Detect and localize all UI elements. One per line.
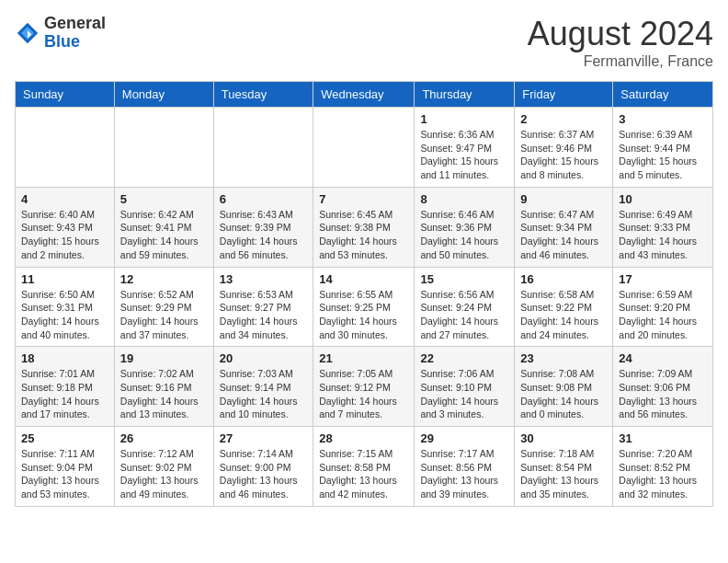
calendar-cell: 8Sunrise: 6:46 AM Sunset: 9:36 PM Daylig… xyxy=(415,187,515,267)
day-info: Sunrise: 6:55 AM Sunset: 9:25 PM Dayligh… xyxy=(319,288,408,342)
calendar-cell: 21Sunrise: 7:05 AM Sunset: 9:12 PM Dayli… xyxy=(313,347,415,427)
calendar-cell: 20Sunrise: 7:03 AM Sunset: 9:14 PM Dayli… xyxy=(213,347,313,427)
calendar-cell: 29Sunrise: 7:17 AM Sunset: 8:56 PM Dayli… xyxy=(415,427,515,507)
day-number: 26 xyxy=(120,431,208,445)
calendar-week-row: 1Sunrise: 6:36 AM Sunset: 9:47 PM Daylig… xyxy=(16,108,713,188)
day-number: 14 xyxy=(319,272,408,286)
day-number: 16 xyxy=(520,272,607,286)
calendar-cell: 12Sunrise: 6:52 AM Sunset: 9:29 PM Dayli… xyxy=(114,267,213,347)
day-info: Sunrise: 6:40 AM Sunset: 9:43 PM Dayligh… xyxy=(21,208,108,262)
calendar-cell: 18Sunrise: 7:01 AM Sunset: 9:18 PM Dayli… xyxy=(16,347,115,427)
day-info: Sunrise: 6:59 AM Sunset: 9:20 PM Dayligh… xyxy=(619,288,707,342)
calendar-cell: 4Sunrise: 6:40 AM Sunset: 9:43 PM Daylig… xyxy=(16,187,115,267)
day-number: 28 xyxy=(319,431,408,445)
location: Fermanville, France xyxy=(528,53,713,70)
day-info: Sunrise: 7:05 AM Sunset: 9:12 PM Dayligh… xyxy=(319,367,408,421)
day-info: Sunrise: 7:11 AM Sunset: 9:04 PM Dayligh… xyxy=(21,447,108,501)
weekday-header: Thursday xyxy=(415,82,515,108)
day-number: 9 xyxy=(520,192,607,206)
calendar-cell: 25Sunrise: 7:11 AM Sunset: 9:04 PM Dayli… xyxy=(16,427,115,507)
day-info: Sunrise: 6:42 AM Sunset: 9:41 PM Dayligh… xyxy=(120,208,208,262)
weekday-header: Friday xyxy=(515,82,613,108)
day-info: Sunrise: 7:08 AM Sunset: 9:08 PM Dayligh… xyxy=(520,367,607,421)
day-info: Sunrise: 7:09 AM Sunset: 9:06 PM Dayligh… xyxy=(619,367,707,421)
day-info: Sunrise: 7:17 AM Sunset: 8:56 PM Dayligh… xyxy=(420,447,508,501)
calendar-cell: 11Sunrise: 6:50 AM Sunset: 9:31 PM Dayli… xyxy=(16,267,115,347)
calendar-cell: 24Sunrise: 7:09 AM Sunset: 9:06 PM Dayli… xyxy=(613,347,713,427)
calendar-cell xyxy=(213,108,313,188)
day-number: 29 xyxy=(420,431,508,445)
day-info: Sunrise: 7:20 AM Sunset: 8:52 PM Dayligh… xyxy=(619,447,707,501)
day-info: Sunrise: 6:36 AM Sunset: 9:47 PM Dayligh… xyxy=(420,128,508,182)
calendar-cell: 1Sunrise: 6:36 AM Sunset: 9:47 PM Daylig… xyxy=(415,108,515,188)
day-info: Sunrise: 6:53 AM Sunset: 9:27 PM Dayligh… xyxy=(220,288,307,342)
calendar-cell: 5Sunrise: 6:42 AM Sunset: 9:41 PM Daylig… xyxy=(114,187,213,267)
calendar-cell: 30Sunrise: 7:18 AM Sunset: 8:54 PM Dayli… xyxy=(515,427,613,507)
day-info: Sunrise: 6:49 AM Sunset: 9:33 PM Dayligh… xyxy=(619,208,707,262)
day-info: Sunrise: 7:15 AM Sunset: 8:58 PM Dayligh… xyxy=(319,447,408,501)
day-number: 27 xyxy=(220,431,307,445)
calendar-cell: 31Sunrise: 7:20 AM Sunset: 8:52 PM Dayli… xyxy=(613,427,713,507)
day-info: Sunrise: 6:37 AM Sunset: 9:46 PM Dayligh… xyxy=(520,128,607,182)
day-info: Sunrise: 6:43 AM Sunset: 9:39 PM Dayligh… xyxy=(220,208,307,262)
calendar-cell xyxy=(114,108,213,188)
day-number: 22 xyxy=(420,351,508,365)
day-number: 24 xyxy=(619,351,707,365)
calendar-cell: 27Sunrise: 7:14 AM Sunset: 9:00 PM Dayli… xyxy=(213,427,313,507)
day-info: Sunrise: 6:52 AM Sunset: 9:29 PM Dayligh… xyxy=(120,288,208,342)
calendar-cell: 28Sunrise: 7:15 AM Sunset: 8:58 PM Dayli… xyxy=(313,427,415,507)
day-number: 20 xyxy=(220,351,307,365)
calendar-cell xyxy=(16,108,115,188)
day-number: 21 xyxy=(319,351,408,365)
day-info: Sunrise: 6:50 AM Sunset: 9:31 PM Dayligh… xyxy=(21,288,108,342)
day-info: Sunrise: 6:39 AM Sunset: 9:44 PM Dayligh… xyxy=(619,128,707,182)
calendar-cell: 15Sunrise: 6:56 AM Sunset: 9:24 PM Dayli… xyxy=(415,267,515,347)
weekday-header: Monday xyxy=(114,82,213,108)
logo: General Blue xyxy=(15,15,106,52)
calendar-cell: 10Sunrise: 6:49 AM Sunset: 9:33 PM Dayli… xyxy=(613,187,713,267)
day-info: Sunrise: 7:01 AM Sunset: 9:18 PM Dayligh… xyxy=(21,367,108,421)
day-number: 6 xyxy=(220,192,307,206)
day-info: Sunrise: 7:03 AM Sunset: 9:14 PM Dayligh… xyxy=(220,367,307,421)
calendar-week-row: 4Sunrise: 6:40 AM Sunset: 9:43 PM Daylig… xyxy=(16,187,713,267)
day-info: Sunrise: 7:14 AM Sunset: 9:00 PM Dayligh… xyxy=(220,447,307,501)
day-info: Sunrise: 7:12 AM Sunset: 9:02 PM Dayligh… xyxy=(120,447,208,501)
day-info: Sunrise: 7:02 AM Sunset: 9:16 PM Dayligh… xyxy=(120,367,208,421)
day-number: 13 xyxy=(220,272,307,286)
day-info: Sunrise: 7:18 AM Sunset: 8:54 PM Dayligh… xyxy=(520,447,607,501)
weekday-header-row: SundayMondayTuesdayWednesdayThursdayFrid… xyxy=(16,82,713,108)
calendar-cell xyxy=(313,108,415,188)
calendar-cell: 2Sunrise: 6:37 AM Sunset: 9:46 PM Daylig… xyxy=(515,108,613,188)
calendar-cell: 16Sunrise: 6:58 AM Sunset: 9:22 PM Dayli… xyxy=(515,267,613,347)
month-year: August 2024 xyxy=(528,15,713,53)
day-info: Sunrise: 6:58 AM Sunset: 9:22 PM Dayligh… xyxy=(520,288,607,342)
calendar-cell: 7Sunrise: 6:45 AM Sunset: 9:38 PM Daylig… xyxy=(313,187,415,267)
calendar-cell: 6Sunrise: 6:43 AM Sunset: 9:39 PM Daylig… xyxy=(213,187,313,267)
day-number: 30 xyxy=(520,431,607,445)
day-info: Sunrise: 6:45 AM Sunset: 9:38 PM Dayligh… xyxy=(319,208,408,262)
weekday-header: Tuesday xyxy=(213,82,313,108)
calendar-cell: 17Sunrise: 6:59 AM Sunset: 9:20 PM Dayli… xyxy=(613,267,713,347)
day-number: 5 xyxy=(120,192,208,206)
calendar-week-row: 11Sunrise: 6:50 AM Sunset: 9:31 PM Dayli… xyxy=(16,267,713,347)
day-number: 10 xyxy=(619,192,707,206)
day-number: 31 xyxy=(619,431,707,445)
calendar-cell: 26Sunrise: 7:12 AM Sunset: 9:02 PM Dayli… xyxy=(114,427,213,507)
day-number: 18 xyxy=(21,351,108,365)
day-number: 15 xyxy=(420,272,508,286)
calendar-table: SundayMondayTuesdayWednesdayThursdayFrid… xyxy=(15,81,713,507)
day-number: 17 xyxy=(619,272,707,286)
page-header: General Blue August 2024 Fermanville, Fr… xyxy=(15,15,713,70)
day-info: Sunrise: 6:56 AM Sunset: 9:24 PM Dayligh… xyxy=(420,288,508,342)
calendar-cell: 9Sunrise: 6:47 AM Sunset: 9:34 PM Daylig… xyxy=(515,187,613,267)
calendar-week-row: 25Sunrise: 7:11 AM Sunset: 9:04 PM Dayli… xyxy=(16,427,713,507)
title-block: August 2024 Fermanville, France xyxy=(528,15,713,70)
logo-icon xyxy=(15,20,40,46)
day-number: 7 xyxy=(319,192,408,206)
calendar-week-row: 18Sunrise: 7:01 AM Sunset: 9:18 PM Dayli… xyxy=(16,347,713,427)
day-number: 4 xyxy=(21,192,108,206)
calendar-cell: 13Sunrise: 6:53 AM Sunset: 9:27 PM Dayli… xyxy=(213,267,313,347)
calendar-cell: 19Sunrise: 7:02 AM Sunset: 9:16 PM Dayli… xyxy=(114,347,213,427)
calendar-cell: 22Sunrise: 7:06 AM Sunset: 9:10 PM Dayli… xyxy=(415,347,515,427)
day-info: Sunrise: 6:47 AM Sunset: 9:34 PM Dayligh… xyxy=(520,208,607,262)
